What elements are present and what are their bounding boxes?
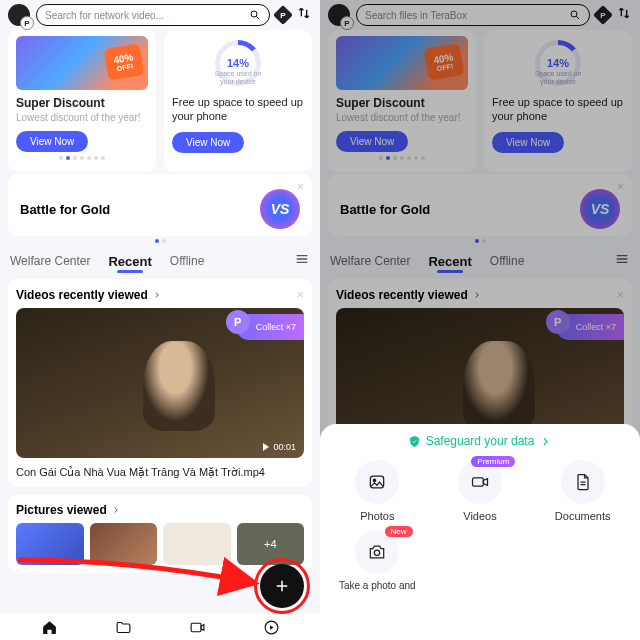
camera-icon	[367, 542, 387, 562]
pictures-header: Pictures viewed	[16, 503, 107, 517]
discount-subtitle: Lowest discount of the year!	[16, 112, 148, 123]
shield-icon	[408, 435, 421, 448]
carousel-dots	[16, 152, 148, 164]
space-desc: Free up space to speed up your phone	[172, 96, 304, 124]
photo-icon	[367, 472, 387, 492]
svg-point-5	[374, 479, 377, 482]
chevron-right-icon	[152, 290, 162, 300]
premium-diamond-icon[interactable]	[273, 5, 293, 25]
picture-thumb[interactable]	[163, 523, 231, 565]
discount-image: 40%OFF!	[16, 36, 148, 90]
content-tabs: Welfare Center Recent Offline	[0, 243, 320, 275]
svg-rect-6	[473, 478, 484, 486]
view-now-button[interactable]: View Now	[16, 131, 88, 152]
svg-point-0	[251, 11, 257, 17]
avatar[interactable]	[328, 4, 350, 26]
video-filename: Con Gái Của Nhà Vua Mặt Trăng Và Mặt Trờ…	[16, 466, 304, 479]
videos-section: Videos recently viewed × Collect ×7 00:0…	[8, 279, 312, 487]
discount-card[interactable]: 40%OFF! Super Discount Lowest discount o…	[8, 30, 156, 172]
upload-documents[interactable]: Documents	[531, 460, 634, 522]
avatar[interactable]	[8, 4, 30, 26]
sheet-header[interactable]: Safeguard your data	[320, 434, 640, 448]
upload-sheet: Safeguard your data Photos Premium Video…	[320, 424, 640, 640]
folder-icon[interactable]	[115, 619, 132, 636]
space-card[interactable]: 14% Space used on your device Free up sp…	[164, 30, 312, 172]
battle-banner[interactable]: Battle for Gold VS ×	[8, 174, 312, 236]
search-placeholder: Search files in TeraBox	[365, 10, 563, 21]
video-icon	[470, 472, 490, 492]
discount-title: Super Discount	[16, 96, 148, 110]
right-screenshot: Search files in TeraBox 40%OFF!Super Dis…	[320, 0, 640, 640]
share-icon[interactable]	[263, 619, 280, 636]
search-input[interactable]: Search files in TeraBox	[356, 4, 590, 26]
fab-add-button[interactable]	[260, 564, 304, 608]
tab-recent[interactable]: Recent	[108, 254, 151, 269]
premium-diamond-icon[interactable]	[593, 5, 613, 25]
search-icon	[249, 9, 261, 21]
svg-point-7	[375, 550, 380, 555]
video-icon[interactable]	[189, 619, 206, 636]
upload-videos[interactable]: Premium Videos	[429, 460, 532, 522]
svg-rect-1	[191, 623, 201, 632]
video-duration: 00:01	[263, 442, 296, 452]
upload-photos[interactable]: Photos	[326, 460, 429, 522]
transfer-icon[interactable]	[296, 5, 312, 25]
home-icon[interactable]	[41, 619, 58, 636]
promo-cards: 40%OFF! Super Discount Lowest discount o…	[0, 30, 320, 172]
upload-camera[interactable]: New Take a photo and	[326, 530, 429, 592]
tab-welfare[interactable]: Welfare Center	[10, 254, 90, 268]
premium-badge: Premium	[471, 456, 515, 467]
tab-offline[interactable]: Offline	[170, 254, 204, 268]
chevron-right-icon	[539, 435, 552, 448]
video-thumbnail[interactable]: Collect ×7 00:01	[16, 308, 304, 458]
collect-badge[interactable]: Collect ×7	[236, 314, 304, 340]
left-screenshot: Search for network video... 40%OFF! Supe…	[0, 0, 320, 640]
new-badge: New	[385, 526, 413, 537]
transfer-icon[interactable]	[616, 5, 632, 25]
view-now-button-2[interactable]: View Now	[172, 132, 244, 153]
search-input[interactable]: Search for network video...	[36, 4, 270, 26]
picture-thumb[interactable]	[90, 523, 158, 565]
document-icon	[573, 472, 593, 492]
picture-thumb[interactable]	[16, 523, 84, 565]
close-icon[interactable]: ×	[296, 287, 304, 302]
menu-icon[interactable]	[294, 251, 310, 271]
bottom-nav	[0, 614, 320, 640]
svg-point-3	[571, 11, 577, 17]
pictures-section: Pictures viewed +4	[8, 495, 312, 573]
close-icon[interactable]: ×	[297, 180, 304, 194]
picture-thumbnails: +4	[16, 523, 304, 565]
search-placeholder: Search for network video...	[45, 10, 243, 21]
vs-icon: VS	[260, 189, 300, 229]
chevron-right-icon	[111, 505, 121, 515]
search-icon	[569, 9, 581, 21]
picture-thumb[interactable]: +4	[237, 523, 305, 565]
top-bar: Search for network video...	[0, 0, 320, 30]
usage-ring: 14% Space used on your device	[172, 36, 304, 90]
videos-header: Videos recently viewed	[16, 288, 148, 302]
battle-title: Battle for Gold	[20, 202, 260, 217]
